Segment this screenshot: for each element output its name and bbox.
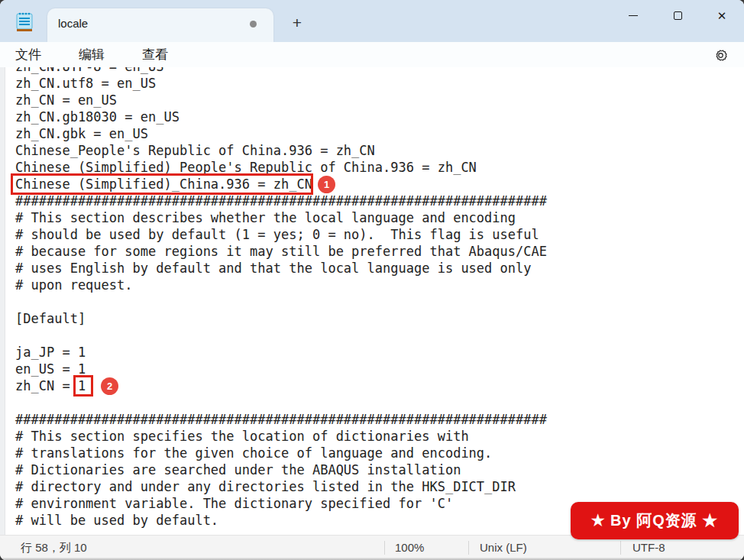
editor-line: # uses English by default and that the l… — [15, 260, 744, 277]
close-icon: ✕ — [717, 10, 727, 21]
highlight-box-1 — [11, 173, 313, 195]
editor-line: # Dictionaries are searched under the AB… — [15, 461, 744, 478]
callout-1-number: 1 — [324, 179, 329, 190]
notepad-icon — [15, 11, 34, 32]
title-bar: locale + ✕ — [0, 0, 744, 42]
line-ending[interactable]: Unix (LF) — [480, 541, 527, 554]
tab-title: locale — [58, 17, 88, 30]
editor-line: zh_CN.gb18030 = en_US — [15, 108, 744, 125]
editor-line: # translations for the given choice of l… — [15, 445, 744, 461]
editor-line: # because for some regions it may still … — [15, 243, 744, 260]
close-button[interactable]: ✕ — [700, 0, 744, 31]
editor-line: zh_CN.UTF-8 = en_US — [15, 67, 744, 75]
editor-line: [Default] — [15, 310, 744, 327]
editor-line: # upon request. — [15, 277, 744, 293]
maximize-button[interactable] — [655, 0, 700, 31]
menu-file[interactable]: 文件 — [15, 46, 41, 63]
editor-line: ########################################… — [15, 193, 744, 209]
zoom-level[interactable]: 100% — [395, 541, 424, 554]
cursor-position: 行 58，列 10 — [21, 541, 87, 555]
menu-bar: 文件 编辑 查看 — [0, 42, 744, 67]
window-controls: ✕ — [611, 0, 744, 31]
editor-line: zh_CN.utf8 = en_US — [15, 75, 744, 92]
watermark-text: ★ By 阿Q资源 ★ — [591, 510, 719, 531]
editor-line: zh_CN = en_US — [15, 92, 744, 108]
editor-line — [15, 394, 744, 411]
tab-locale[interactable]: locale — [47, 8, 273, 42]
status-divider — [468, 541, 469, 555]
editor-gutter — [0, 67, 5, 535]
encoding[interactable]: UTF-8 — [632, 541, 665, 554]
settings-button[interactable] — [710, 45, 730, 65]
maximize-icon — [674, 11, 682, 20]
plus-icon: + — [293, 15, 302, 31]
minimize-button[interactable] — [611, 0, 655, 31]
gear-icon — [713, 48, 728, 63]
editor-line — [15, 327, 744, 344]
editor-line: # should be used by default (1 = yes; 0 … — [15, 226, 744, 243]
watermark-badge: ★ By 阿Q资源 ★ — [571, 502, 739, 539]
editor-line: # This section specifies the location of… — [15, 428, 744, 445]
callout-badge-1: 1 — [318, 176, 335, 193]
editor-line: Chinese_People's Republic of China.936 =… — [15, 142, 744, 159]
editor-line: # This section describes whether the loc… — [15, 209, 744, 226]
editor-line: zh_CN = 1 — [15, 377, 744, 394]
callout-2-number: 2 — [107, 380, 112, 392]
editor-line — [15, 293, 744, 310]
editor-line: ########################################… — [15, 411, 744, 428]
unsaved-dot-icon — [250, 21, 257, 28]
menu-view[interactable]: 查看 — [142, 46, 168, 63]
highlight-box-2 — [73, 375, 93, 397]
status-divider — [620, 541, 621, 555]
editor-line: zh_CN.gbk = en_US — [15, 125, 744, 142]
text-editor[interactable]: zh_CN.UTF-8 = en_USzh_CN.utf8 = en_USzh_… — [0, 67, 744, 535]
editor-line: # directory and under any directories li… — [15, 478, 744, 495]
notepad-window: locale + ✕ 文件 编辑 查看 — [0, 0, 744, 560]
menu-edit[interactable]: 编辑 — [79, 46, 105, 63]
editor-lines: zh_CN.UTF-8 = en_USzh_CN.utf8 = en_USzh_… — [0, 67, 744, 529]
callout-badge-2: 2 — [101, 377, 118, 395]
status-divider — [384, 541, 385, 555]
editor-line: en_US = 1 — [15, 361, 744, 377]
new-tab-button[interactable]: + — [286, 11, 309, 34]
editor-line: ja_JP = 1 — [15, 344, 744, 361]
minimize-icon — [629, 15, 638, 16]
